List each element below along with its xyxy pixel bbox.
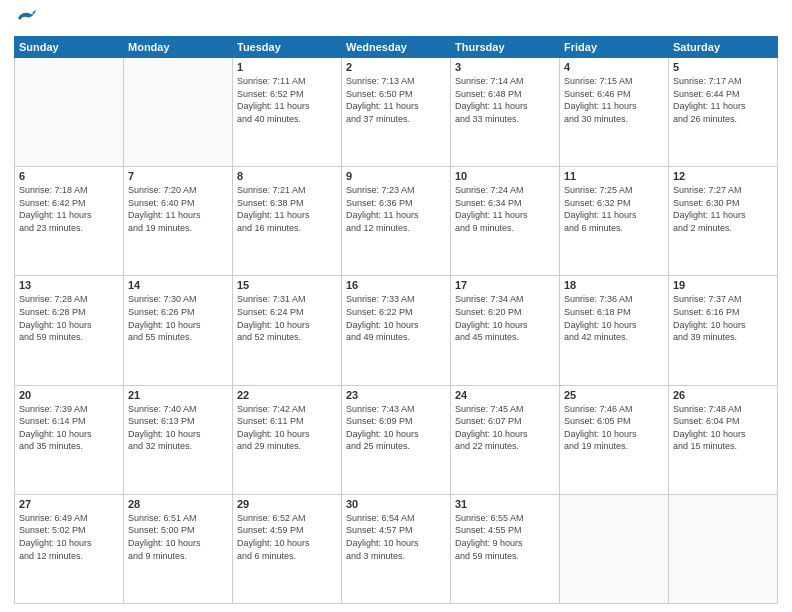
day-info: Sunrise: 7:31 AM Sunset: 6:24 PM Dayligh…	[237, 293, 337, 343]
day-info: Sunrise: 7:18 AM Sunset: 6:42 PM Dayligh…	[19, 184, 119, 234]
day-info: Sunrise: 7:45 AM Sunset: 6:07 PM Dayligh…	[455, 403, 555, 453]
calendar-cell: 19Sunrise: 7:37 AM Sunset: 6:16 PM Dayli…	[669, 276, 778, 385]
day-info: Sunrise: 7:25 AM Sunset: 6:32 PM Dayligh…	[564, 184, 664, 234]
calendar-cell: 3Sunrise: 7:14 AM Sunset: 6:48 PM Daylig…	[451, 58, 560, 167]
calendar-cell: 15Sunrise: 7:31 AM Sunset: 6:24 PM Dayli…	[233, 276, 342, 385]
day-number: 7	[128, 170, 228, 182]
day-number: 25	[564, 389, 664, 401]
day-number: 1	[237, 61, 337, 73]
day-info: Sunrise: 7:20 AM Sunset: 6:40 PM Dayligh…	[128, 184, 228, 234]
day-number: 21	[128, 389, 228, 401]
calendar-cell: 4Sunrise: 7:15 AM Sunset: 6:46 PM Daylig…	[560, 58, 669, 167]
day-number: 9	[346, 170, 446, 182]
day-info: Sunrise: 7:13 AM Sunset: 6:50 PM Dayligh…	[346, 75, 446, 125]
day-info: Sunrise: 6:52 AM Sunset: 4:59 PM Dayligh…	[237, 512, 337, 562]
day-number: 2	[346, 61, 446, 73]
calendar-cell: 28Sunrise: 6:51 AM Sunset: 5:00 PM Dayli…	[124, 494, 233, 603]
calendar-cell: 18Sunrise: 7:36 AM Sunset: 6:18 PM Dayli…	[560, 276, 669, 385]
day-number: 22	[237, 389, 337, 401]
calendar-cell	[15, 58, 124, 167]
day-number: 27	[19, 498, 119, 510]
day-info: Sunrise: 7:24 AM Sunset: 6:34 PM Dayligh…	[455, 184, 555, 234]
calendar-cell: 24Sunrise: 7:45 AM Sunset: 6:07 PM Dayli…	[451, 385, 560, 494]
day-number: 26	[673, 389, 773, 401]
week-row-5: 27Sunrise: 6:49 AM Sunset: 5:02 PM Dayli…	[15, 494, 778, 603]
day-number: 6	[19, 170, 119, 182]
calendar-cell: 25Sunrise: 7:46 AM Sunset: 6:05 PM Dayli…	[560, 385, 669, 494]
weekday-header-friday: Friday	[560, 37, 669, 58]
day-info: Sunrise: 7:48 AM Sunset: 6:04 PM Dayligh…	[673, 403, 773, 453]
day-info: Sunrise: 7:39 AM Sunset: 6:14 PM Dayligh…	[19, 403, 119, 453]
day-number: 14	[128, 279, 228, 291]
day-number: 12	[673, 170, 773, 182]
calendar-cell: 29Sunrise: 6:52 AM Sunset: 4:59 PM Dayli…	[233, 494, 342, 603]
day-info: Sunrise: 7:37 AM Sunset: 6:16 PM Dayligh…	[673, 293, 773, 343]
day-info: Sunrise: 7:15 AM Sunset: 6:46 PM Dayligh…	[564, 75, 664, 125]
calendar-cell: 16Sunrise: 7:33 AM Sunset: 6:22 PM Dayli…	[342, 276, 451, 385]
day-info: Sunrise: 6:51 AM Sunset: 5:00 PM Dayligh…	[128, 512, 228, 562]
calendar-cell: 7Sunrise: 7:20 AM Sunset: 6:40 PM Daylig…	[124, 167, 233, 276]
calendar-cell: 5Sunrise: 7:17 AM Sunset: 6:44 PM Daylig…	[669, 58, 778, 167]
calendar-cell: 27Sunrise: 6:49 AM Sunset: 5:02 PM Dayli…	[15, 494, 124, 603]
calendar: SundayMondayTuesdayWednesdayThursdayFrid…	[14, 36, 778, 604]
calendar-cell: 26Sunrise: 7:48 AM Sunset: 6:04 PM Dayli…	[669, 385, 778, 494]
day-info: Sunrise: 7:34 AM Sunset: 6:20 PM Dayligh…	[455, 293, 555, 343]
day-info: Sunrise: 7:46 AM Sunset: 6:05 PM Dayligh…	[564, 403, 664, 453]
calendar-cell: 8Sunrise: 7:21 AM Sunset: 6:38 PM Daylig…	[233, 167, 342, 276]
day-info: Sunrise: 7:14 AM Sunset: 6:48 PM Dayligh…	[455, 75, 555, 125]
weekday-header-thursday: Thursday	[451, 37, 560, 58]
calendar-cell: 30Sunrise: 6:54 AM Sunset: 4:57 PM Dayli…	[342, 494, 451, 603]
day-number: 19	[673, 279, 773, 291]
week-row-3: 13Sunrise: 7:28 AM Sunset: 6:28 PM Dayli…	[15, 276, 778, 385]
day-info: Sunrise: 7:43 AM Sunset: 6:09 PM Dayligh…	[346, 403, 446, 453]
day-number: 20	[19, 389, 119, 401]
day-number: 10	[455, 170, 555, 182]
week-row-1: 1Sunrise: 7:11 AM Sunset: 6:52 PM Daylig…	[15, 58, 778, 167]
weekday-header-row: SundayMondayTuesdayWednesdayThursdayFrid…	[15, 37, 778, 58]
day-number: 15	[237, 279, 337, 291]
day-number: 17	[455, 279, 555, 291]
page: SundayMondayTuesdayWednesdayThursdayFrid…	[0, 0, 792, 612]
calendar-cell: 17Sunrise: 7:34 AM Sunset: 6:20 PM Dayli…	[451, 276, 560, 385]
day-info: Sunrise: 6:55 AM Sunset: 4:55 PM Dayligh…	[455, 512, 555, 562]
calendar-cell	[669, 494, 778, 603]
day-number: 29	[237, 498, 337, 510]
day-number: 28	[128, 498, 228, 510]
weekday-header-tuesday: Tuesday	[233, 37, 342, 58]
day-number: 3	[455, 61, 555, 73]
header	[14, 10, 778, 30]
calendar-cell	[560, 494, 669, 603]
day-info: Sunrise: 7:33 AM Sunset: 6:22 PM Dayligh…	[346, 293, 446, 343]
day-number: 4	[564, 61, 664, 73]
day-number: 5	[673, 61, 773, 73]
day-info: Sunrise: 7:40 AM Sunset: 6:13 PM Dayligh…	[128, 403, 228, 453]
logo	[14, 10, 36, 30]
day-number: 31	[455, 498, 555, 510]
day-number: 13	[19, 279, 119, 291]
weekday-header-saturday: Saturday	[669, 37, 778, 58]
day-number: 24	[455, 389, 555, 401]
calendar-cell: 22Sunrise: 7:42 AM Sunset: 6:11 PM Dayli…	[233, 385, 342, 494]
calendar-cell: 1Sunrise: 7:11 AM Sunset: 6:52 PM Daylig…	[233, 58, 342, 167]
day-info: Sunrise: 7:27 AM Sunset: 6:30 PM Dayligh…	[673, 184, 773, 234]
calendar-cell: 23Sunrise: 7:43 AM Sunset: 6:09 PM Dayli…	[342, 385, 451, 494]
calendar-cell: 9Sunrise: 7:23 AM Sunset: 6:36 PM Daylig…	[342, 167, 451, 276]
weekday-header-wednesday: Wednesday	[342, 37, 451, 58]
day-info: Sunrise: 7:23 AM Sunset: 6:36 PM Dayligh…	[346, 184, 446, 234]
day-number: 23	[346, 389, 446, 401]
day-info: Sunrise: 7:17 AM Sunset: 6:44 PM Dayligh…	[673, 75, 773, 125]
day-info: Sunrise: 6:54 AM Sunset: 4:57 PM Dayligh…	[346, 512, 446, 562]
calendar-cell: 2Sunrise: 7:13 AM Sunset: 6:50 PM Daylig…	[342, 58, 451, 167]
calendar-cell: 10Sunrise: 7:24 AM Sunset: 6:34 PM Dayli…	[451, 167, 560, 276]
calendar-cell: 14Sunrise: 7:30 AM Sunset: 6:26 PM Dayli…	[124, 276, 233, 385]
calendar-cell: 11Sunrise: 7:25 AM Sunset: 6:32 PM Dayli…	[560, 167, 669, 276]
logo-bird-icon	[16, 10, 36, 30]
calendar-cell	[124, 58, 233, 167]
calendar-cell: 20Sunrise: 7:39 AM Sunset: 6:14 PM Dayli…	[15, 385, 124, 494]
day-info: Sunrise: 7:28 AM Sunset: 6:28 PM Dayligh…	[19, 293, 119, 343]
day-number: 16	[346, 279, 446, 291]
calendar-cell: 13Sunrise: 7:28 AM Sunset: 6:28 PM Dayli…	[15, 276, 124, 385]
calendar-cell: 21Sunrise: 7:40 AM Sunset: 6:13 PM Dayli…	[124, 385, 233, 494]
calendar-cell: 6Sunrise: 7:18 AM Sunset: 6:42 PM Daylig…	[15, 167, 124, 276]
weekday-header-monday: Monday	[124, 37, 233, 58]
